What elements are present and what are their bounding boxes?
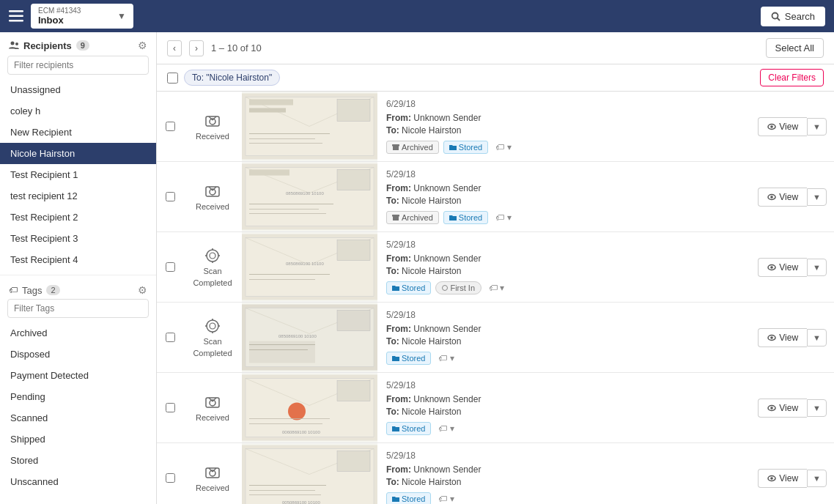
stored-folder-icon [392,425,399,432]
tag-menu-button[interactable]: 🏷 ▾ [492,141,514,154]
svg-rect-20 [249,108,286,113]
svg-rect-21 [393,146,399,150]
svg-rect-15 [337,100,370,122]
eye-icon [767,193,776,201]
mail-item-checkbox[interactable] [166,122,175,131]
view-button[interactable]: View [758,399,807,418]
sidebar-tag-scanned[interactable]: Scanned [0,407,156,429]
svg-rect-53 [337,240,370,261]
eye-icon [767,404,776,412]
svg-rect-1 [9,15,23,18]
view-button[interactable]: View [758,328,807,347]
eye-icon [767,264,776,271]
clear-filters-button[interactable]: Clear Filters [760,69,824,86]
pagination-text: 1 – 10 of 10 [211,42,262,53]
view-button[interactable]: View [758,258,807,277]
sidebar-tag-archived[interactable]: Archived [0,322,156,344]
select-all-button[interactable]: Select All [766,38,824,58]
filter-tags-input[interactable] [7,299,149,318]
sidebar-tag-stored[interactable]: Stored [0,450,156,471]
view-dropdown-button[interactable]: ▼ [807,399,827,417]
mail-actions: View ▼ [750,303,834,372]
toolbar: ‹ › 1 – 10 of 10 Select All [157,32,834,64]
ecm-label: ECM #41343 [38,7,111,15]
tags-count: 2 [46,285,59,295]
search-label: Search [785,11,815,22]
filter-recipients-input[interactable] [7,56,149,75]
tag-menu-button[interactable]: 🏷 ▾ [435,492,457,504]
view-dropdown-button[interactable]: ▼ [807,329,827,346]
next-page-button[interactable]: › [189,40,204,56]
search-button[interactable]: Search [761,7,825,26]
mail-status-label: Received [196,413,229,422]
mail-actions: View ▼ [750,232,834,302]
view-dropdown-button[interactable]: ▼ [807,259,827,276]
sidebar-tag-pending[interactable]: Pending [0,386,156,407]
tag-stored: Stored [443,211,488,224]
recipients-icon [9,40,19,51]
tags-gear-icon[interactable]: ⚙ [138,284,147,296]
received-icon [204,394,221,410]
tag-archived: Archived [386,211,439,224]
sidebar-item-unassigned[interactable]: Unassigned [0,79,156,100]
sidebar-tag-unscanned[interactable]: Unscanned [0,471,156,492]
sidebar-item-test-recipient-1[interactable]: Test Recipient 1 [0,164,156,185]
view-button[interactable]: View [758,117,807,136]
view-dropdown-button[interactable]: ▼ [807,470,827,487]
tag-menu-button[interactable]: 🏷 ▾ [486,281,507,294]
tag-stored: Stored [386,281,431,294]
svg-rect-2 [9,20,23,22]
sidebar-tag-disposed[interactable]: Disposed [0,344,156,365]
sidebar-item-coley-h[interactable]: coley h [0,100,156,122]
menu-icon[interactable] [9,10,23,22]
filter-bar-checkbox[interactable] [167,73,178,84]
mail-detail: 6/29/18 From: Unknown Sender To: Nicole … [377,92,750,161]
view-dropdown-button[interactable]: ▼ [807,118,827,136]
svg-rect-37 [249,170,289,176]
sidebar: Recipients 9 ⚙ Unassigned coley h New Re… [0,32,157,504]
sidebar-tag-payment-detected[interactable]: Payment Detected [0,365,156,386]
view-button[interactable]: View [758,469,807,488]
recipients-header: Recipients 9 ⚙ [0,32,156,56]
svg-text:0850869100 10100: 0850869100 10100 [278,334,317,338]
svg-text:0050869100 10100: 0050869100 10100 [282,500,320,505]
sidebar-item-new-recipient[interactable]: New Recipient [0,122,156,143]
table-row: Received 0850869100 10100 [157,162,834,232]
sidebar-item-nicole-hairston[interactable]: Nicole Hairston [0,143,156,164]
sidebar-item-test-recipient-4[interactable]: Test Recipient 4 [0,249,156,270]
mail-tags: Archived Stored 🏷 ▾ [386,141,742,154]
mail-item-checkbox[interactable] [166,473,175,483]
mail-tags: Stored 🏷 ▾ [386,352,742,365]
table-row: Received 0060869100 10100 [157,373,834,443]
tag-menu-button[interactable]: 🏷 ▾ [492,211,514,224]
inbox-dropdown[interactable]: ECM #41343 Inbox ▼ [31,4,133,29]
mail-item-checkbox[interactable] [166,262,175,272]
sidebar-tag-shipped[interactable]: Shipped [0,429,156,450]
scan-icon [204,248,221,264]
mail-item-checkbox[interactable] [166,192,175,201]
view-dropdown-button[interactable]: ▼ [807,188,827,206]
sidebar-item-test-recipient-3[interactable]: Test Recipient 3 [0,228,156,249]
svg-point-24 [771,125,774,128]
svg-point-91 [771,407,774,410]
inbox-label: Inbox [38,15,111,26]
sidebar-item-test-recipient-2[interactable]: Test Recipient 2 [0,207,156,228]
tag-menu-button[interactable]: 🏷 ▾ [435,422,457,435]
sidebar-item-test-recipient-12[interactable]: test recipient 12 [0,185,156,207]
mail-detail: 5/29/18 From: Unknown Sender To: Nicole … [377,443,750,504]
svg-rect-0 [9,10,23,12]
view-button[interactable]: View [758,188,807,207]
mail-status-sublabel: Completed [193,349,232,357]
mail-date: 6/29/18 [386,99,742,109]
mail-date: 5/29/18 [386,169,742,179]
svg-rect-70 [337,311,370,331]
tag-menu-button[interactable]: 🏷 ▾ [435,352,457,365]
tag-stored: Stored [386,352,431,365]
recipients-gear-icon[interactable]: ⚙ [138,40,147,51]
mail-item-checkbox[interactable] [166,333,175,342]
svg-rect-100 [337,451,370,472]
dropdown-arrow-icon: ▼ [117,11,126,21]
mail-date: 5/29/18 [386,310,742,320]
mail-item-checkbox[interactable] [166,403,175,412]
prev-page-button[interactable]: ‹ [167,40,182,56]
